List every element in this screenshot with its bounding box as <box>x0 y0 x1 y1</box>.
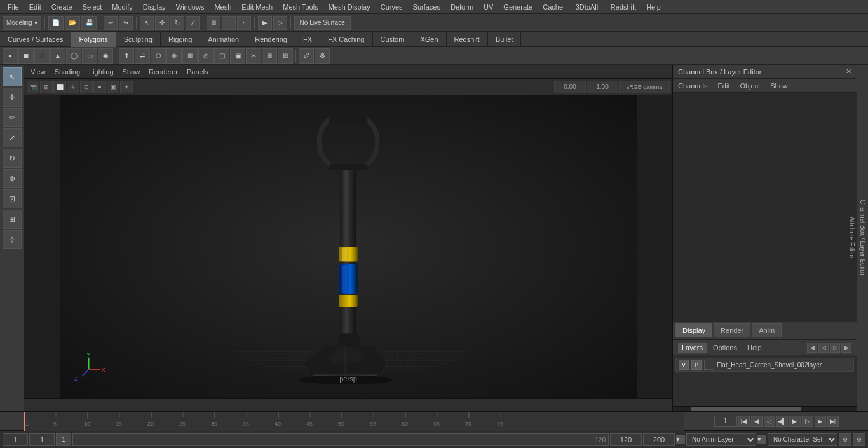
tab-anim[interactable]: Anim <box>752 323 782 337</box>
vp-fit-btn[interactable]: ⊞ <box>40 81 53 93</box>
mode-tab-bullet[interactable]: Bullet <box>488 32 522 47</box>
menu-surfaces[interactable]: Surfaces <box>408 2 445 12</box>
cb-tab-show[interactable]: Show <box>765 80 793 92</box>
skip-to-end-btn[interactable]: ▶| <box>827 416 839 427</box>
mode-tab-custom[interactable]: Custom <box>373 32 413 47</box>
rotate-mode-btn[interactable]: ↻ <box>3 149 22 168</box>
layer-prev2-btn[interactable]: ◁ <box>818 343 829 353</box>
insert-btn[interactable]: ⊟ <box>278 48 293 64</box>
menu-redshift[interactable]: Redshift <box>606 2 641 12</box>
vp-menu-view[interactable]: View <box>27 67 50 77</box>
mode-tab-animation[interactable]: Animation <box>200 32 247 47</box>
mode-tab-fx-caching[interactable]: FX Caching <box>320 32 372 47</box>
connect-btn[interactable]: ⊞ <box>262 48 277 64</box>
torus-btn[interactable]: ◯ <box>66 48 81 64</box>
tab-display[interactable]: Display <box>675 323 712 337</box>
menu-generate[interactable]: Generate <box>498 2 538 12</box>
menu-edit[interactable]: Edit <box>24 2 46 12</box>
open-btn[interactable]: 📂 <box>65 16 80 30</box>
plane-btn[interactable]: ▭ <box>82 48 97 64</box>
show-manip-btn[interactable]: ⊹ <box>3 230 22 249</box>
menu-display[interactable]: Display <box>138 2 171 12</box>
move-btn[interactable]: ✛ <box>155 16 169 30</box>
mode-tab-curves-surfaces[interactable]: Curves / Surfaces <box>0 32 71 47</box>
universal-manip-btn[interactable]: ⊕ <box>3 169 22 188</box>
current-frame-input[interactable] <box>714 416 737 427</box>
new-scene-btn[interactable]: 📄 <box>48 16 64 30</box>
layer-type-btn[interactable] <box>704 360 714 370</box>
layer-scrollbar-thumb[interactable] <box>691 407 801 411</box>
snap-curve-btn[interactable]: ⌒ <box>222 16 236 30</box>
anim-layer-select[interactable]: No Anim Layer <box>686 433 756 446</box>
mode-tab-polygons[interactable]: Polygons <box>71 32 116 47</box>
cone-btn[interactable]: ▲ <box>50 48 65 64</box>
paint-mode-btn[interactable]: ✏ <box>3 108 22 127</box>
cb-tab-edit[interactable]: Edit <box>712 80 735 92</box>
mode-tab-sculpting[interactable]: Sculpting <box>116 32 161 47</box>
menu-cache[interactable]: Cache <box>538 2 568 12</box>
paint-select-btn[interactable]: 🖊 <box>299 48 314 64</box>
move-mode-btn[interactable]: ✛ <box>3 88 22 107</box>
cb-tab-object[interactable]: Object <box>735 80 765 92</box>
char-set-arrow[interactable]: ▾ <box>757 435 766 444</box>
menu-help[interactable]: Help <box>641 2 666 12</box>
cut-btn[interactable]: ✂ <box>246 48 261 64</box>
ipr-btn[interactable]: ▷ <box>273 16 287 30</box>
layer-tab-layers[interactable]: Layers <box>678 343 707 353</box>
vp-light-btn[interactable]: ☀ <box>120 81 133 93</box>
vp-frame-btn[interactable]: ⬜ <box>53 81 66 93</box>
layer-scrollbar[interactable] <box>673 406 857 411</box>
rotate-btn[interactable]: ↻ <box>170 16 184 30</box>
menu-3dtall[interactable]: -3DtoAll- <box>568 2 606 12</box>
menu-mesh-display[interactable]: Mesh Display <box>323 2 376 12</box>
vp-menu-panels[interactable]: Panels <box>183 67 212 77</box>
menu-curves[interactable]: Curves <box>376 2 408 12</box>
snap-btn[interactable]: ⊞ <box>3 210 22 229</box>
menu-file[interactable]: File <box>3 2 24 12</box>
prev-key-btn[interactable]: ◀ <box>751 416 763 427</box>
render-btn[interactable]: ▶ <box>258 16 272 30</box>
menu-modify[interactable]: Modify <box>107 2 137 12</box>
menu-mesh[interactable]: Mesh <box>209 2 236 12</box>
menu-select[interactable]: Select <box>78 2 107 12</box>
vp-menu-lighting[interactable]: Lighting <box>85 67 118 77</box>
vp-cam-btn[interactable]: 📷 <box>27 81 39 93</box>
mode-tab-xgen[interactable]: XGen <box>412 32 446 47</box>
scale-btn[interactable]: ⤢ <box>186 16 200 30</box>
vert-tab-channel-box[interactable]: Channel Box / Layer Editor <box>857 65 868 411</box>
cb-tab-channels[interactable]: Channels <box>673 80 712 92</box>
vp-texture-btn[interactable]: ▣ <box>107 81 119 93</box>
layer-next-btn[interactable]: ▷ <box>830 343 840 353</box>
select-btn[interactable]: ↖ <box>140 16 154 30</box>
scale-mode-btn[interactable]: ⤢ <box>3 128 22 147</box>
mode-tab-rendering[interactable]: Rendering <box>247 32 295 47</box>
skip-to-start-btn[interactable]: |◀ <box>738 416 750 427</box>
menu-mesh-tools[interactable]: Mesh Tools <box>278 2 323 12</box>
menu-edit-mesh[interactable]: Edit Mesh <box>236 2 278 12</box>
start-frame-input[interactable] <box>3 433 28 446</box>
timeline-ruler[interactable]: 1 5 10 15 20 25 30 35 40 45 50 <box>24 412 684 431</box>
merge-btn[interactable]: ⊕ <box>166 48 182 64</box>
menu-windows[interactable]: Windows <box>171 2 210 12</box>
undo-btn[interactable]: ↩ <box>104 16 118 30</box>
layer-playback-btn[interactable]: P <box>691 360 702 370</box>
redo-btn[interactable]: ↪ <box>119 16 133 30</box>
cylinder-btn[interactable]: ⬛ <box>34 48 50 64</box>
layer-visibility-btn[interactable]: V <box>679 360 689 370</box>
soft-mod-btn[interactable]: ⊡ <box>3 189 22 208</box>
bevel-btn[interactable]: ⬡ <box>151 48 166 64</box>
bridge-btn[interactable]: ⇌ <box>135 48 150 64</box>
char-set-select[interactable]: No Character Set <box>768 433 837 446</box>
menu-create[interactable]: Create <box>46 2 78 12</box>
layer-tab-help[interactable]: Help <box>743 343 766 353</box>
viewport[interactable]: View Shading Lighting Show Renderer Pane… <box>24 65 672 411</box>
vp-smooth-btn[interactable]: ● <box>93 81 106 93</box>
vp-wireframe-btn[interactable]: ⊡ <box>80 81 93 93</box>
workspace-dropdown[interactable]: Modeling ▾ <box>3 16 41 30</box>
mode-tab-redshift[interactable]: Redshift <box>447 32 488 47</box>
vp-grid-btn[interactable]: # <box>67 81 79 93</box>
right-panel-minimize[interactable]: — <box>836 67 843 76</box>
play-fwd-btn[interactable]: ▶ <box>789 416 801 427</box>
subdivide-btn[interactable]: ⊞ <box>182 48 198 64</box>
snap-point-btn[interactable]: · <box>237 16 251 30</box>
